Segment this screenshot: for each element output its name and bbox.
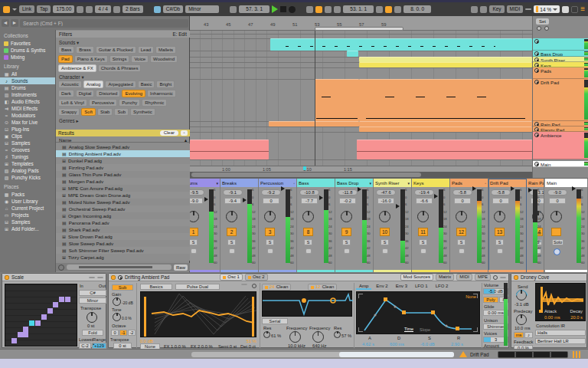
library-item[interactable]: ▤Drums bbox=[0, 84, 55, 91]
key-map-button[interactable]: Key bbox=[489, 5, 504, 13]
filter-tag[interactable]: Lead bbox=[138, 46, 154, 54]
fader-handle[interactable] bbox=[472, 186, 476, 191]
scale-keys-icon[interactable] bbox=[154, 6, 161, 13]
scale-grid-cell[interactable] bbox=[41, 314, 47, 320]
osc-circle-icon[interactable] bbox=[252, 284, 256, 288]
track-header[interactable]: Ambience bbox=[533, 132, 588, 159]
filter-tag[interactable]: Brass bbox=[76, 46, 93, 54]
pan-knob[interactable] bbox=[494, 211, 505, 222]
raw-button[interactable]: Raw bbox=[174, 264, 188, 271]
filter-tag[interactable]: Stab bbox=[97, 108, 113, 116]
hot-swap-icon[interactable] bbox=[97, 277, 103, 278]
midi-map-button[interactable]: MIDI bbox=[507, 5, 524, 13]
env-mod-select[interactable]: None bbox=[466, 294, 476, 299]
punch-in-icon[interactable] bbox=[376, 6, 383, 13]
mixer-track-name[interactable]: Synth Riser▾ bbox=[374, 179, 411, 187]
filter-tag[interactable]: Bright bbox=[156, 80, 175, 88]
places-item[interactable]: ◉User Library bbox=[0, 198, 55, 205]
peak-level-value[interactable]: -10.8 bbox=[299, 189, 319, 196]
draw-mode-icon[interactable] bbox=[471, 6, 478, 13]
character-filter-header[interactable]: Character ▾ bbox=[56, 73, 190, 80]
track-name[interactable]: Main bbox=[541, 162, 550, 167]
filter-tag[interactable]: Percussive bbox=[89, 99, 117, 107]
scale-grid-cell[interactable] bbox=[53, 302, 58, 307]
track-activator-button[interactable] bbox=[551, 228, 561, 236]
peak-level-value[interactable]: -47.6 bbox=[376, 189, 396, 196]
decay-value[interactable]: 600 ms bbox=[390, 342, 404, 347]
play-button[interactable] bbox=[272, 5, 278, 13]
track-activator-button[interactable]: 8 bbox=[303, 228, 313, 236]
track-name[interactable]: Pads bbox=[541, 68, 551, 74]
track-name[interactable]: Drift Pad bbox=[541, 80, 559, 85]
filter2-header[interactable]: 12Clean bbox=[308, 284, 337, 291]
decay-value[interactable]: 20.0 s bbox=[570, 315, 583, 320]
solo-button[interactable]: S bbox=[342, 239, 351, 245]
freq1-knob[interactable] bbox=[289, 331, 301, 343]
filter-tag[interactable]: Sub bbox=[114, 108, 129, 116]
predecay-knob[interactable] bbox=[516, 314, 527, 325]
tab-lfo2[interactable]: LFO 2 bbox=[433, 284, 452, 290]
scale-grid[interactable] bbox=[5, 284, 77, 347]
track-activator-button[interactable]: 11 bbox=[418, 228, 428, 236]
arm-button[interactable] bbox=[459, 248, 465, 254]
shape-select[interactable]: Pulse Dual bbox=[175, 284, 220, 290]
arrangement-clip[interactable] bbox=[270, 38, 532, 51]
tone-knob[interactable] bbox=[113, 313, 121, 321]
device-on-icon[interactable] bbox=[111, 275, 116, 280]
mixer-track-name[interactable]: Percussion◦ bbox=[259, 179, 296, 187]
res1-value[interactable]: 61 % bbox=[271, 334, 281, 338]
slope-toggle[interactable]: Slope bbox=[420, 327, 430, 332]
tempo-field[interactable]: 175.00 bbox=[53, 5, 74, 13]
scale-grid-cell[interactable] bbox=[18, 332, 23, 337]
ms-toggle[interactable]: ms bbox=[514, 332, 524, 338]
fader-handle[interactable] bbox=[243, 198, 247, 202]
hamburger-menu-icon[interactable]: ≡ bbox=[580, 6, 585, 12]
ir-bank-select[interactable]: Halls bbox=[535, 330, 586, 336]
volume-field[interactable]: -6.6 bbox=[416, 198, 433, 204]
filter-tag[interactable]: Ambience & FX bbox=[58, 64, 96, 72]
filter-tag[interactable]: Snappy bbox=[58, 108, 80, 116]
search-input[interactable] bbox=[20, 19, 188, 28]
result-item[interactable]: ⊞Tizzy Carpet.adg bbox=[56, 254, 190, 261]
library-item[interactable]: ▨Punchy Kicks bbox=[0, 174, 55, 181]
filter-tag[interactable]: Mallets bbox=[155, 46, 176, 54]
arm-button[interactable] bbox=[267, 248, 273, 254]
result-item[interactable]: ▤Slow Sweep Pad.adv bbox=[56, 240, 190, 247]
track-activator-button[interactable]: 2 bbox=[227, 228, 237, 236]
track-unfold-icon[interactable] bbox=[534, 68, 539, 73]
send-knob[interactable] bbox=[516, 290, 527, 301]
fader-handle[interactable] bbox=[572, 186, 576, 191]
pan-knob[interactable] bbox=[264, 211, 276, 222]
browser-forward-button[interactable]: ► bbox=[11, 19, 18, 27]
arm-button[interactable] bbox=[344, 248, 350, 254]
arm-button[interactable] bbox=[382, 248, 388, 254]
octave-minus1-button[interactable]: -1 bbox=[119, 330, 127, 336]
track-header[interactable]: Bass Drop bbox=[533, 51, 588, 57]
fold-icon[interactable]: ▾ bbox=[216, 181, 218, 186]
places-item[interactable]: ⌂Current Project bbox=[0, 205, 55, 212]
filter-tag[interactable]: Punchy bbox=[119, 99, 140, 107]
sub-button[interactable]: Sub bbox=[112, 284, 133, 291]
results-name-column-header[interactable]: Name ▴ bbox=[56, 136, 190, 143]
send-value[interactable]: -3.1 dB bbox=[514, 302, 529, 307]
collection-item[interactable]: Drums & Synths bbox=[0, 47, 55, 54]
device-chain-overview[interactable] bbox=[498, 351, 568, 358]
scale-grid-cell[interactable] bbox=[11, 338, 17, 343]
arrangement-clip[interactable] bbox=[357, 140, 532, 159]
result-item[interactable]: ▤Orchestral Sweep Pad.adv bbox=[56, 205, 190, 212]
loop-icon[interactable] bbox=[385, 6, 392, 13]
tab-amp[interactable]: Amp bbox=[356, 284, 371, 290]
metronome-icon[interactable] bbox=[113, 6, 120, 13]
result-item[interactable]: ▤Glass Thin Pure Pad.adv bbox=[56, 171, 190, 178]
volume-field[interactable]: 0 bbox=[263, 198, 279, 204]
solo-button[interactable]: S bbox=[227, 239, 236, 245]
library-item[interactable]: ▧Analog Pads bbox=[0, 167, 55, 174]
osc-mod-select[interactable]: None bbox=[140, 343, 160, 349]
help-icon[interactable] bbox=[493, 275, 498, 280]
track-header[interactable]: Drift Pad bbox=[533, 79, 588, 121]
fold-icon[interactable]: ▾ bbox=[407, 181, 410, 186]
mixer-track-name[interactable]: Rain Pad bbox=[527, 179, 544, 187]
filter-tag[interactable]: Digital bbox=[76, 90, 95, 97]
mixer-track-name[interactable]: Main bbox=[545, 179, 587, 187]
peak-level-value[interactable]: -9.5 bbox=[190, 189, 204, 196]
